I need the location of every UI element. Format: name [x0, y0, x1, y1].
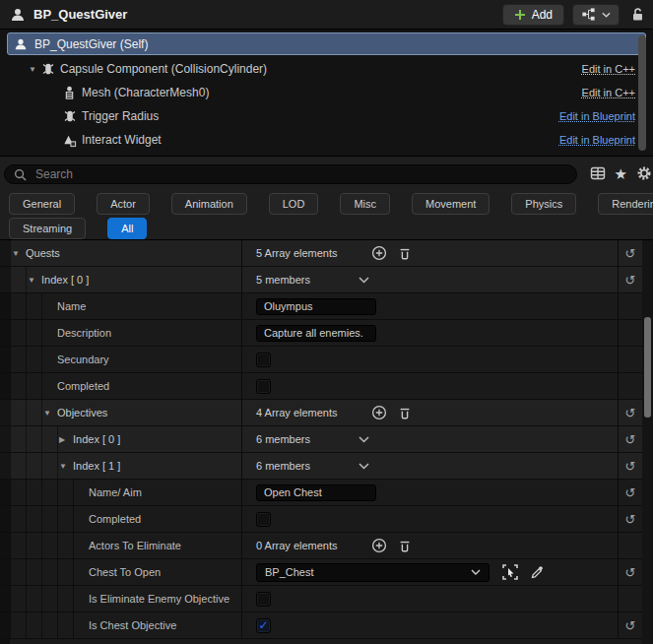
property-label: Index [ 1 ]	[73, 460, 120, 472]
reset-to-default-button[interactable]: ↺	[619, 453, 642, 479]
details-grid: ▼ Quests 5 Array elements	[0, 239, 653, 644]
properties-scrollbar[interactable]	[644, 317, 651, 418]
chevron-down-icon[interactable]	[359, 436, 369, 443]
property-row: ▼ Quests 5 Array elements	[0, 240, 642, 267]
capsule-icon	[40, 61, 56, 77]
search-bar[interactable]	[4, 164, 577, 184]
filter-pill-physics[interactable]: Physics	[511, 193, 576, 215]
component-view-dropdown[interactable]	[572, 4, 620, 26]
filter-pill-movement[interactable]: Movement	[412, 193, 490, 215]
widget-icon	[62, 133, 77, 148]
capsule-icon	[62, 108, 78, 124]
filter-pill-actor[interactable]: Actor	[97, 193, 150, 215]
value-summary: 5 members	[256, 274, 310, 286]
expander-arrow[interactable]: ▼	[26, 65, 39, 74]
property-label: Is Eliminate Enemy Objective	[89, 593, 229, 605]
filter-pill-general[interactable]: General	[9, 193, 75, 215]
filter-pill-misc[interactable]: Misc	[340, 193, 390, 215]
component-row[interactable]: Interact Widget Edit in Blueprint	[0, 128, 653, 152]
add-array-element-icon[interactable]	[371, 405, 387, 420]
checkbox[interactable]	[256, 379, 271, 394]
property-row: ▼ Index [ 1 ] 6 members	[0, 453, 642, 480]
add-button[interactable]: Add	[502, 4, 564, 26]
checkbox[interactable]	[256, 353, 271, 367]
text-input[interactable]	[256, 325, 376, 342]
eyedropper-icon[interactable]	[530, 564, 546, 580]
edit-link[interactable]: Edit in Blueprint	[559, 110, 635, 122]
skeletal-mesh-icon	[62, 86, 77, 100]
property-label: Name	[57, 300, 86, 312]
details-panel: BP_QuestGiver Add	[0, 0, 653, 644]
checkbox[interactable]	[256, 592, 271, 607]
expander-arrow[interactable]: ▼	[28, 276, 41, 285]
reset-to-default-button[interactable]: ↺	[619, 559, 642, 585]
components-scrollbar[interactable]	[638, 35, 646, 151]
edit-link[interactable]: Edit in Blueprint	[559, 134, 635, 146]
person-icon	[10, 7, 26, 23]
view-options-icon[interactable]	[590, 165, 606, 181]
property-row: Actors To Eliminate 0 Array elements	[0, 533, 642, 559]
chevron-down-icon[interactable]	[359, 463, 369, 470]
property-label: Chest To Open	[89, 566, 161, 578]
pick-actor-icon[interactable]	[501, 563, 519, 581]
expander-arrow[interactable]: ▼	[43, 409, 57, 418]
add-array-element-icon[interactable]	[371, 538, 387, 553]
settings-icon[interactable]	[636, 165, 652, 181]
filter-pill-animation[interactable]: Animation	[171, 193, 247, 215]
component-label: Interact Widget	[82, 133, 162, 147]
clear-array-icon[interactable]	[398, 539, 412, 553]
checkbox[interactable]: ✓	[256, 618, 271, 633]
reset-to-default-button[interactable]: ↺	[619, 240, 642, 266]
component-label: Mesh (CharacterMesh0)	[82, 86, 209, 99]
component-row[interactable]: Mesh (CharacterMesh0) Edit in C++	[0, 81, 653, 104]
add-array-element-icon[interactable]	[371, 245, 387, 261]
search-input[interactable]	[33, 166, 567, 182]
component-row-self[interactable]: BP_QuestGiver (Self)	[7, 32, 646, 55]
property-row: Chest To Open BP_Chest	[0, 559, 642, 586]
reset-to-default-button[interactable]: ↺	[619, 426, 642, 452]
panel-header: BP_QuestGiver Add	[0, 0, 653, 30]
expander-arrow[interactable]: ▶	[59, 435, 73, 444]
filter-pill-rendering[interactable]: Rendering	[598, 193, 653, 215]
property-label: Index [ 0 ]	[41, 274, 89, 286]
filter-pill-streaming[interactable]: Streaming	[9, 218, 86, 239]
text-input[interactable]	[256, 298, 376, 315]
property-row: Name/ Aim	[0, 480, 642, 506]
reset-to-default-button[interactable]: ↺	[619, 267, 642, 292]
search-icon	[14, 168, 27, 181]
property-label: Description	[57, 327, 111, 339]
property-row: Secundary	[0, 347, 642, 373]
reset-to-default-button[interactable]: ↺	[619, 612, 642, 638]
property-label: Objectives	[57, 407, 107, 419]
favorites-icon[interactable]: ★	[615, 166, 627, 181]
reset-to-default-button[interactable]: ↺	[619, 480, 642, 505]
edit-link[interactable]: Edit in C++	[582, 87, 635, 98]
person-icon	[14, 37, 28, 51]
value-summary: 6 members	[256, 433, 310, 445]
reset-to-default-button[interactable]: ↺	[619, 400, 642, 425]
checkbox[interactable]	[256, 512, 271, 527]
edit-link[interactable]: Edit in C++	[582, 63, 635, 75]
reset-to-default-button[interactable]: ↺	[619, 506, 642, 532]
property-label: Secundary	[57, 354, 109, 365]
combo-select[interactable]: BP_Chest	[256, 563, 490, 582]
expander-arrow[interactable]: ▼	[12, 249, 26, 258]
expander-arrow[interactable]: ▼	[59, 462, 73, 471]
clear-array-icon[interactable]	[398, 406, 412, 420]
property-label: Actors To Eliminate	[89, 540, 181, 551]
property-row: ▶ Index [ 0 ] 6 members	[0, 426, 642, 453]
clear-array-icon[interactable]	[398, 246, 412, 261]
property-label: Index [ 0 ]	[73, 433, 120, 445]
chevron-down-icon	[602, 12, 611, 18]
component-row[interactable]: Trigger Radius Edit in Blueprint	[0, 104, 653, 128]
unlocked-lock-icon[interactable]	[630, 7, 645, 22]
component-label: Trigger Radius	[82, 109, 159, 123]
filter-pill-lod[interactable]: LOD	[269, 193, 319, 215]
component-row[interactable]: ▼ Capsule Component (CollisionCylinder) …	[0, 57, 653, 81]
filter-pill-all[interactable]: All	[107, 218, 147, 239]
chevron-down-icon[interactable]	[359, 277, 369, 284]
text-input[interactable]	[256, 484, 376, 501]
value-summary: 5 Array elements	[256, 247, 338, 259]
value-summary: 4 Array elements	[256, 407, 338, 419]
property-label: Quests	[26, 247, 60, 259]
